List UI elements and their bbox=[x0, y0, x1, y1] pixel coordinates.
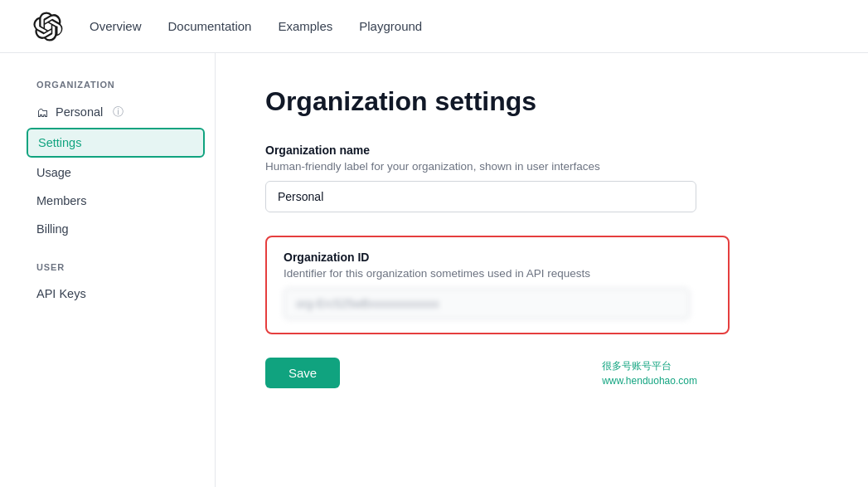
page-title: Organization settings bbox=[265, 86, 818, 117]
info-icon: ⓘ bbox=[113, 105, 124, 119]
org-name-label: Organization name bbox=[265, 144, 818, 157]
org-name-field-group: Organization name Human-friendly label f… bbox=[265, 144, 818, 212]
sidebar-item-billing[interactable]: Billing bbox=[27, 216, 205, 242]
org-id-input[interactable] bbox=[284, 288, 690, 319]
org-id-label: Organization ID bbox=[284, 251, 711, 264]
sidebar: ORGANIZATION 🗂 Personal ⓘ Settings Usage… bbox=[0, 53, 216, 487]
org-name-description: Human-friendly label for your organizati… bbox=[265, 160, 818, 173]
org-id-description: Identifier for this organization sometim… bbox=[284, 267, 711, 280]
save-row: Save 很多号账号平台 www.henduohao.com bbox=[265, 358, 818, 388]
org-name-input[interactable] bbox=[265, 181, 696, 212]
watermark: 很多号账号平台 www.henduohao.com bbox=[602, 358, 697, 388]
nav-overview[interactable]: Overview bbox=[90, 16, 142, 37]
sidebar-item-members[interactable]: Members bbox=[27, 187, 205, 214]
save-button[interactable]: Save bbox=[265, 358, 340, 388]
sidebar-settings-label: Settings bbox=[38, 136, 81, 149]
watermark-line1: 很多号账号平台 bbox=[602, 358, 697, 373]
sidebar-personal-label: Personal bbox=[56, 105, 103, 119]
sidebar-item-usage[interactable]: Usage bbox=[27, 159, 205, 186]
sidebar-item-settings[interactable]: Settings bbox=[27, 128, 205, 158]
page-layout: ORGANIZATION 🗂 Personal ⓘ Settings Usage… bbox=[0, 53, 868, 487]
nav-examples[interactable]: Examples bbox=[278, 16, 332, 37]
sidebar-section-user-label: USER bbox=[27, 262, 215, 272]
briefcase-icon: 🗂 bbox=[36, 105, 49, 119]
org-id-box: Organization ID Identifier for this orga… bbox=[265, 236, 730, 334]
header: Overview Documentation Examples Playgrou… bbox=[0, 0, 868, 53]
sidebar-group-organization: ORGANIZATION 🗂 Personal ⓘ Settings Usage… bbox=[27, 80, 215, 242]
sidebar-group-user: USER API Keys bbox=[27, 262, 215, 307]
sidebar-members-label: Members bbox=[36, 194, 86, 207]
sidebar-usage-label: Usage bbox=[36, 166, 71, 179]
sidebar-api-keys-label: API Keys bbox=[36, 287, 86, 300]
nav-playground[interactable]: Playground bbox=[359, 16, 422, 37]
sidebar-item-personal[interactable]: 🗂 Personal ⓘ bbox=[27, 98, 205, 126]
sidebar-billing-label: Billing bbox=[36, 222, 69, 236]
sidebar-section-org-label: ORGANIZATION bbox=[27, 80, 215, 90]
main-content: Organization settings Organization name … bbox=[216, 53, 868, 487]
nav-documentation[interactable]: Documentation bbox=[168, 16, 252, 37]
logo[interactable] bbox=[33, 12, 63, 41]
header-nav: Overview Documentation Examples Playgrou… bbox=[90, 16, 422, 37]
watermark-line2: www.henduohao.com bbox=[602, 373, 697, 388]
sidebar-item-api-keys[interactable]: API Keys bbox=[27, 280, 205, 307]
